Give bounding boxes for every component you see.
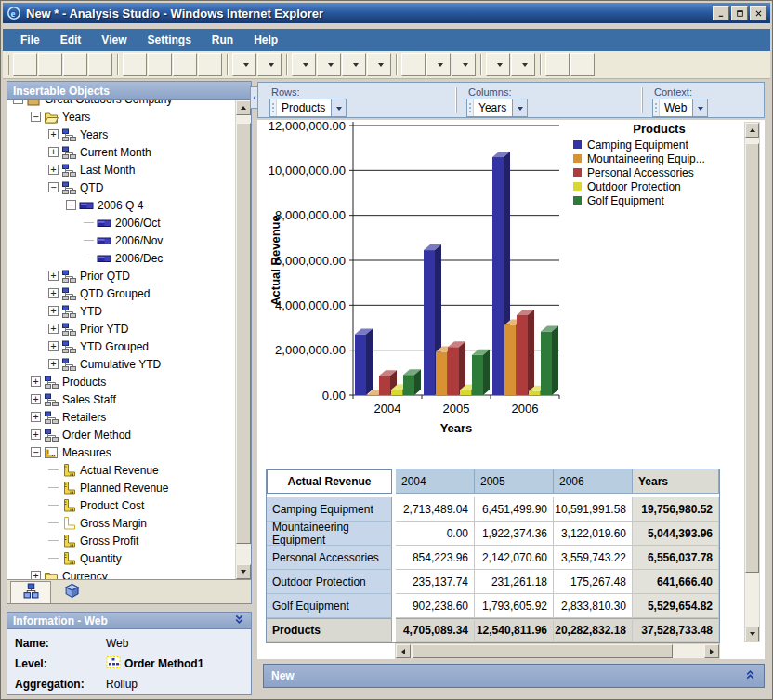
sort-button-dropdown-arrow-icon[interactable] xyxy=(378,63,384,70)
tree-scrollbar-up[interactable] xyxy=(236,100,251,115)
tree-item-years[interactable]: −Years xyxy=(7,108,235,125)
crosstab-total-cell[interactable]: 12,540,811.96 xyxy=(475,618,554,642)
crosstab-row-header-outdoor-protection[interactable]: Outdoor Protection xyxy=(267,570,392,594)
tree-item-2006-oct[interactable]: 2006/Oct xyxy=(7,214,235,231)
tree-toggle-collapse-icon[interactable]: − xyxy=(66,200,76,210)
crosstab-cell[interactable]: 1,922,374.36 xyxy=(475,522,554,546)
tab-source-tree[interactable] xyxy=(10,581,51,603)
minimize-button[interactable] xyxy=(713,6,729,20)
crosstab-scroll-track[interactable] xyxy=(411,644,704,658)
tree-toggle-expand-icon[interactable]: + xyxy=(31,376,41,387)
legend-item-golf-equipment[interactable]: Golf Equipment xyxy=(573,193,745,207)
menu-file[interactable]: File xyxy=(10,30,50,50)
crosstab-total-cell[interactable]: 4,705,089.34 xyxy=(396,618,475,642)
summarize-button-dropdown-arrow-icon[interactable] xyxy=(438,63,443,70)
crosstab-cell[interactable]: 10,591,991.58 xyxy=(554,497,633,522)
crosstab-scroll-thumb[interactable] xyxy=(413,644,673,658)
tree-item-gross-profit[interactable]: Gross Profit xyxy=(7,532,235,549)
tree-item-cumulative-ytd[interactable]: +Cumulative YTD xyxy=(7,355,235,373)
legend-item-outdoor-protection[interactable]: Outdoor Protection xyxy=(573,179,745,193)
tree-scrollbar-track[interactable] xyxy=(236,115,251,564)
tree-item-current-month[interactable]: +Current Month xyxy=(7,143,235,161)
tree-item-ytd-grouped[interactable]: +YTD Grouped xyxy=(7,337,235,355)
undo-button[interactable] xyxy=(148,53,172,76)
tree-toggle-expand-icon[interactable]: + xyxy=(48,147,59,157)
insert-data-button-dropdown-arrow-icon[interactable] xyxy=(269,63,274,70)
crosstab-total-row-header[interactable]: Products xyxy=(267,618,392,642)
tree-toggle-expand-icon[interactable]: + xyxy=(31,394,41,404)
chart-bar-personal-accessories-2006[interactable] xyxy=(517,310,534,395)
tab-package[interactable] xyxy=(51,581,92,603)
tree-toggle-expand-icon[interactable]: + xyxy=(31,571,41,579)
tree-item-prior-qtd[interactable]: +Prior QTD xyxy=(7,267,235,284)
crosstab-cell[interactable]: 231,261.18 xyxy=(475,570,554,594)
tree-toggle-expand-icon[interactable]: + xyxy=(48,341,59,351)
legend-item-personal-accessories[interactable]: Personal Accessories xyxy=(573,165,745,179)
crosstab-cell[interactable]: 6,451,499.90 xyxy=(475,497,554,522)
tree-scrollbar[interactable] xyxy=(235,100,251,579)
delete-button[interactable] xyxy=(123,53,147,76)
suppress-button-dropdown-arrow-icon[interactable] xyxy=(328,63,334,70)
tree-toggle-expand-icon[interactable]: + xyxy=(48,359,59,369)
crosstab-column-header-2006[interactable]: 2006 xyxy=(554,469,633,494)
crosstab-total-cell[interactable]: 6,556,037.78 xyxy=(633,546,719,570)
crosstab-row-header-mountaineering-equipment[interactable]: Mountaineering Equipment xyxy=(267,522,392,546)
crosstab-total-cell[interactable]: 5,529,654.82 xyxy=(633,594,719,618)
work-scrollbar-track[interactable] xyxy=(745,138,759,627)
menu-help[interactable]: Help xyxy=(243,30,288,50)
display-type-button[interactable] xyxy=(511,53,535,76)
tree-item-2006-nov[interactable]: 2006/Nov xyxy=(7,231,235,249)
tree-item-ytd[interactable]: +YTD xyxy=(7,302,235,320)
crosstab-total-cell[interactable]: 5,044,393.96 xyxy=(633,522,719,546)
legend-item-camping-equipment[interactable]: Camping Equipment xyxy=(573,138,745,152)
tree-item-2006-dec[interactable]: 2006/Dec xyxy=(7,249,235,267)
columns-dropzone[interactable]: Years xyxy=(466,99,528,117)
menu-run[interactable]: Run xyxy=(202,30,243,50)
filter-button-dropdown-arrow-icon[interactable] xyxy=(303,63,308,70)
tree-scrollbar-down[interactable] xyxy=(236,564,251,579)
crosstab-corner-header[interactable]: Actual Revenue xyxy=(267,469,392,494)
new-analysis-bar[interactable]: New xyxy=(263,664,765,688)
insert-data-button[interactable] xyxy=(257,53,282,76)
context-dropzone[interactable]: Web xyxy=(652,99,708,117)
expand-panel-icon[interactable] xyxy=(744,668,756,683)
menu-settings[interactable]: Settings xyxy=(137,30,201,50)
tree-toggle-collapse-icon[interactable]: − xyxy=(31,112,41,122)
tree-toggle-expand-icon[interactable]: + xyxy=(48,324,59,334)
calculation-button[interactable] xyxy=(452,53,476,76)
tree-item-planned-revenue[interactable]: Planned Revenue xyxy=(7,479,235,496)
tree-item-prior-ytd[interactable]: +Prior YTD xyxy=(7,320,235,337)
work-scrollbar-thumb[interactable] xyxy=(745,143,759,573)
crosstab-total-column-header[interactable]: Years xyxy=(633,469,719,494)
tree-item-measures[interactable]: −Measures xyxy=(7,443,235,461)
rows-dropdown-button[interactable] xyxy=(331,99,346,116)
tree-toggle-collapse-icon[interactable]: − xyxy=(31,447,41,457)
tree-item-quantity[interactable]: Quantity xyxy=(7,549,235,567)
chart-bar-camping-equipment-2004[interactable] xyxy=(355,328,373,395)
summarize-button[interactable]: Σ xyxy=(426,53,451,76)
crosstab-row-header-personal-accessories[interactable]: Personal Accessories xyxy=(267,546,392,570)
suppress-button[interactable] xyxy=(317,53,341,76)
crosstab-cell[interactable]: 2,142,070.60 xyxy=(475,546,554,570)
tree-toggle-expand-icon[interactable]: + xyxy=(48,271,59,281)
crosstab-cell[interactable]: 3,559,743.22 xyxy=(554,546,633,570)
crosstab-scroll-left[interactable] xyxy=(396,644,411,658)
crosstab-cell[interactable]: 1,793,605.92 xyxy=(475,594,554,618)
close-button[interactable] xyxy=(750,6,766,20)
work-scrollbar-down[interactable] xyxy=(745,627,759,641)
crosstab-total-cell[interactable]: 20,282,832.18 xyxy=(554,618,633,642)
tree-item-years[interactable]: +Years xyxy=(7,125,235,143)
display-type-button-dropdown-arrow-icon[interactable] xyxy=(522,63,528,70)
menu-view[interactable]: View xyxy=(91,30,137,50)
crosstab-cell[interactable]: 2,833,810.30 xyxy=(554,594,633,618)
tree-item-order-method[interactable]: +Order Method xyxy=(7,426,235,443)
run-report-button[interactable] xyxy=(232,53,256,76)
tree-toggle-expand-icon[interactable]: + xyxy=(48,288,59,298)
tree-toggle-expand-icon[interactable]: + xyxy=(48,306,59,316)
tree-item-gross-margin[interactable]: Gross Margin xyxy=(7,514,235,532)
crosstab-cell[interactable]: 175,267.48 xyxy=(554,570,633,594)
context-dropdown-button[interactable] xyxy=(692,99,707,116)
chart-bar-personal-accessories-2005[interactable] xyxy=(448,341,465,395)
chart-options-button[interactable] xyxy=(486,53,510,76)
tree-toggle-expand-icon[interactable]: + xyxy=(31,412,41,422)
